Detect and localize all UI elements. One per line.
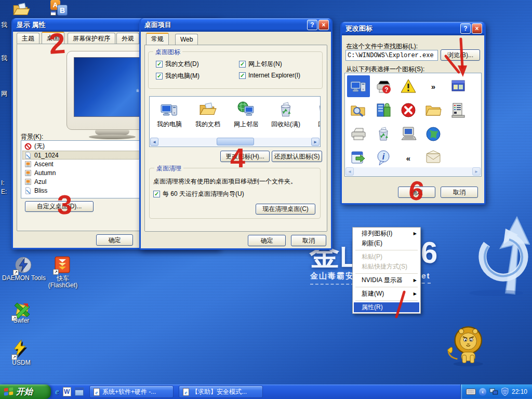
icon-cell-my-documents[interactable]: 我的文档 [190, 101, 225, 129]
tab-appearance[interactable]: 外观 [116, 33, 139, 44]
kingsoft-shield-tray-icon[interactable] [501, 388, 509, 396]
menu-separator [355, 250, 418, 250]
change-icon-window: 更改图标 ? × 在这个文件中查找图标(L): 浏览(B)... 从以下列表选择… [340, 22, 486, 205]
help-button[interactable]: ? [460, 23, 471, 34]
my-documents-desktop-icon[interactable] [12, 1, 30, 19]
ok-button[interactable]: 确定 [248, 235, 286, 246]
tab-themes[interactable]: 主题 [17, 33, 39, 44]
monitor-base [89, 135, 136, 139]
grid-icon-mail[interactable] [422, 147, 445, 169]
grid-icon-chevron-left[interactable]: « [397, 147, 420, 169]
window-title: 桌面项目 [144, 20, 171, 30]
close-button[interactable]: × [318, 20, 329, 30]
browser-window-quicklaunch-icon[interactable] [75, 388, 84, 396]
scrollbar-track[interactable] [158, 138, 311, 146]
grid-icon-warning[interactable] [397, 75, 420, 97]
grid-icon-folder-search[interactable] [347, 99, 370, 121]
usdm-shortcut[interactable]: ↗ [12, 339, 30, 359]
cleanup-description: 桌面清理将没有使用的桌面项目移动到一个文件夹。 [153, 177, 297, 186]
tab-web[interactable]: Web [175, 34, 198, 45]
ie-quicklaunch-icon[interactable]: e [55, 387, 59, 397]
grid-icon-my-computer[interactable] [347, 75, 370, 97]
ok-button[interactable]: 确定 [398, 187, 435, 198]
icon-cell-recycle-empty[interactable]: 回收 [307, 101, 321, 129]
wallpaper-arrow-art [439, 214, 530, 297]
grid-icon-start-menu[interactable] [372, 99, 395, 121]
tab-screensaver[interactable]: 屏幕保护程序 [68, 33, 115, 44]
icon-cell-network-places[interactable]: 网上邻居 [229, 101, 264, 129]
restore-default-button[interactable]: 还原默认图标(S) [272, 151, 322, 162]
recycle-bin-full-icon [277, 101, 295, 118]
mini-window-icon [50, 10, 56, 16]
menu-item-refresh[interactable]: 刷新(E) [354, 238, 419, 248]
checkbox-box: ✓ [156, 61, 163, 68]
word-quicklaunch-icon[interactable]: W [63, 387, 71, 396]
horizontal-scrollbar[interactable]: ◄ ► [150, 138, 320, 146]
scrollbar-thumb[interactable] [217, 138, 254, 145]
scrollbar-track[interactable] [354, 167, 472, 176]
grid-icon-folder[interactable] [422, 99, 445, 121]
menu-item-paste-shortcut: 粘贴快捷方式(S) [354, 262, 419, 272]
system-tray: ‹ 22:10 [460, 384, 532, 399]
log-off-icon [350, 150, 367, 166]
checkbox-my-computer[interactable]: ✓我的电脑(M) [156, 72, 200, 81]
checkbox-internet-explorer[interactable]: ✓Internet Explorer(I) [239, 72, 300, 79]
grid-icon-system-list[interactable] [447, 99, 470, 121]
icon-grid-panel: » « ◄ ► [344, 73, 482, 177]
collapse-chevron-icon[interactable]: ‹ [479, 388, 487, 396]
background-label: 背景(K): [21, 132, 43, 141]
help-button[interactable]: ? [307, 20, 317, 30]
wallpaper-brand-right: 6 [421, 235, 437, 270]
menu-item-nvidia-display[interactable]: NVIDIA 显示器▶ [354, 275, 419, 285]
close-button[interactable]: × [472, 23, 482, 34]
ok-button[interactable]: 确定 [96, 234, 133, 246]
horizontal-scrollbar[interactable]: ◄ ► [345, 167, 481, 176]
info-icon [375, 150, 392, 166]
daemon-tools-shortcut[interactable]: ↗ [14, 256, 33, 274]
browse-button[interactable]: 浏览(B)... [441, 49, 480, 61]
checkbox-my-documents[interactable]: ✓我的文档(D) [156, 60, 199, 69]
icon-path-input[interactable] [345, 50, 438, 61]
icon-cell-my-computer[interactable]: 我的电脑 [152, 101, 187, 129]
submenu-arrow-icon: ▶ [414, 231, 417, 236]
grid-icon-error[interactable] [397, 99, 420, 121]
scroll-left-button[interactable]: ◄ [150, 138, 158, 146]
checkbox-box: ✓ [239, 72, 246, 79]
grid-icon-recycle-bin[interactable] [372, 123, 395, 145]
translator-desktop-icon[interactable]: A B [50, 0, 68, 17]
grid-icon-program-window[interactable] [447, 75, 470, 97]
start-button[interactable]: 开始 [0, 384, 51, 399]
cancel-button[interactable]: 取消 [291, 235, 326, 246]
checkbox-network-places[interactable]: ✓网上邻居(N) [239, 60, 282, 69]
desktop-items-titlebar[interactable]: 桌面项目 ? × [141, 18, 331, 32]
taskbar-task-2[interactable]: e 【求助】安全模式... [179, 385, 263, 398]
keyboard-tray-icon[interactable] [466, 389, 476, 395]
tab-desktop[interactable]: 桌面 [42, 32, 64, 44]
grid-icon-log-off[interactable] [347, 147, 370, 169]
menu-item-new[interactable]: 新建(W)▶ [354, 289, 419, 299]
scroll-left-button[interactable]: ◄ [345, 167, 354, 176]
menu-item-arrange-icons[interactable]: 排列图标(I)▶ [354, 229, 419, 238]
menu-item-properties[interactable]: 属性(R) [354, 302, 419, 312]
grid-icon-legacy-computer[interactable] [397, 123, 420, 145]
change-icon-button[interactable]: 更改图标(H)... [220, 151, 270, 162]
grid-icon-chevron-right[interactable]: » [422, 75, 445, 97]
grid-icon-printer[interactable] [347, 123, 370, 145]
scroll-right-button[interactable]: ► [472, 167, 481, 176]
cancel-button[interactable]: 取消 [441, 187, 478, 198]
grid-icon-globe[interactable] [422, 123, 445, 145]
grid-icon-printer-question[interactable] [372, 75, 395, 97]
customize-desktop-button[interactable]: 自定义桌面(D)... [25, 201, 94, 212]
icon-cell-recycle-full[interactable]: 回收站(满) [268, 101, 303, 129]
windows-flag-icon [4, 387, 14, 397]
flashget-shortcut[interactable]: ↗ [54, 256, 71, 274]
scroll-right-button[interactable]: ► [311, 138, 320, 146]
network-tray-icon[interactable] [489, 388, 498, 395]
grid-icon-info[interactable] [372, 147, 395, 169]
cleanup-now-button[interactable]: 现在清理桌面(C) [256, 204, 315, 215]
taskbar-task-1[interactable]: e 系统+软件+硬件 -... [89, 385, 174, 398]
recycle-bin-icon [375, 126, 392, 142]
tab-general[interactable]: 常规 [146, 33, 169, 45]
change-icon-titlebar[interactable]: 更改图标 ? × [342, 22, 484, 35]
checkbox-cleanup-wizard[interactable]: ✓每 60 天运行桌面清理向导(U) [153, 190, 244, 198]
